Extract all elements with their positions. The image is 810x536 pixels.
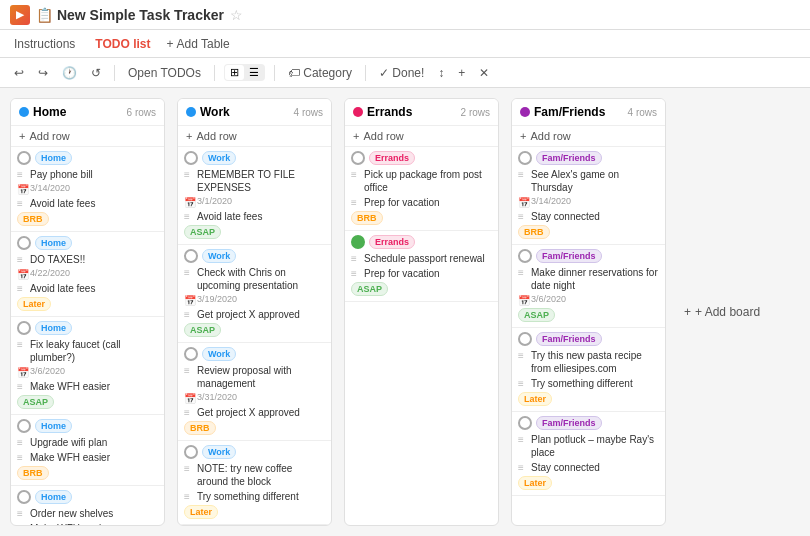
text-icon: ≡ (518, 462, 528, 473)
add-row-button-work[interactable]: + Add row (178, 126, 331, 147)
task-circle[interactable] (184, 347, 198, 361)
task-text: Fix leaky faucet (call plumber?) (30, 338, 158, 364)
task-card: Home≡Upgrade wifi plan≡Make WFH easierBR… (11, 415, 164, 486)
task-bottom-badge: Later (184, 505, 218, 519)
task-circle[interactable] (351, 151, 365, 165)
task-circle[interactable] (17, 321, 31, 335)
task-row: ≡Pick up package from post office (351, 167, 492, 195)
task-circle[interactable] (518, 249, 532, 263)
nav-instructions[interactable]: Instructions (10, 35, 79, 53)
history-button[interactable]: 🕐 (58, 64, 81, 82)
col-header-errands: Errands 2 rows (345, 99, 498, 126)
task-bottom-badge: ASAP (351, 282, 388, 296)
task-row: ≡Avoid late fees (17, 196, 158, 211)
text-icon: ≡ (17, 523, 27, 525)
task-text: Prep for vacation (364, 196, 440, 209)
task-circle[interactable] (17, 236, 31, 250)
open-todos-button[interactable]: Open TODOs (124, 64, 205, 82)
favorite-star[interactable]: ☆ (230, 7, 243, 23)
task-text: Try something different (197, 490, 299, 503)
task-card: Errands≡Pick up package from post office… (345, 147, 498, 231)
task-circle[interactable] (518, 151, 532, 165)
task-date: 3/14/2020 (30, 183, 70, 195)
task-circle[interactable] (17, 151, 31, 165)
task-row: ≡Prep for vacation (351, 195, 492, 210)
redo-button[interactable]: ↪ (34, 64, 52, 82)
task-text: Make WFH easier (30, 451, 110, 464)
task-text: Try this new pasta recipe from elliesipe… (531, 349, 659, 375)
task-bottom-badge-row: Later (518, 391, 659, 407)
task-bottom-badge-row: ASAP (17, 394, 158, 410)
add-col-button[interactable]: + (454, 64, 469, 82)
task-text: Review proposal with management (197, 364, 325, 390)
board-column-errands: Errands 2 rows + Add rowErrands≡Pick up … (344, 98, 499, 526)
task-text: Get project X approved (197, 406, 300, 419)
task-row: ≡Avoid late fees (184, 209, 325, 224)
col-name-work: Work (200, 105, 230, 119)
col-body-home: Home≡Pay phone bill📅3/14/2020≡Avoid late… (11, 147, 164, 525)
view-toggle: ⊞ ☰ (224, 64, 265, 81)
task-row: ≡Try something different (518, 376, 659, 391)
col-rows-count: 4 rows (628, 107, 657, 118)
task-date: 3/6/2020 (30, 366, 65, 378)
title-bar: ▶ 📋 New Simple Task Tracker ☆ (0, 0, 810, 30)
done-button[interactable]: ✓ Done! (375, 64, 428, 82)
task-card-header: Work (184, 151, 325, 165)
task-circle[interactable] (351, 235, 365, 249)
grid-view-button[interactable]: ⊞ (225, 65, 244, 80)
task-badge: Home (35, 419, 72, 433)
task-bottom-badge: BRB (351, 211, 383, 225)
col-dot-fam (520, 107, 530, 117)
col-rows-count: 6 rows (127, 107, 156, 118)
task-link[interactable]: elliesipes.com (554, 363, 617, 374)
close-toolbar-button[interactable]: ✕ (475, 64, 493, 82)
calendar-icon: 📅 (184, 197, 194, 208)
task-card-header: Work (184, 445, 325, 459)
add-board-button[interactable]: + + Add board (678, 98, 766, 526)
add-row-button-home[interactable]: + Add row (11, 126, 164, 147)
task-badge: Work (202, 347, 236, 361)
task-text: Prep for vacation (364, 267, 440, 280)
task-row: ≡Order new shelves (17, 506, 158, 521)
task-badge: Home (35, 236, 72, 250)
task-circle[interactable] (184, 151, 198, 165)
task-text: Plan potluck – maybe Ray's place (531, 433, 659, 459)
task-card: Home≡DO TAXES!!📅4/22/2020≡Avoid late fee… (11, 232, 164, 317)
text-icon: ≡ (17, 437, 27, 448)
refresh-button[interactable]: ↺ (87, 64, 105, 82)
nav-todo-list[interactable]: TODO list (91, 35, 154, 53)
task-circle[interactable] (518, 416, 532, 430)
task-text: Pay phone bill (30, 168, 93, 181)
task-bottom-badge-row: ASAP (351, 281, 492, 297)
task-row: ≡Upgrade wifi plan (17, 435, 158, 450)
task-circle[interactable] (518, 332, 532, 346)
task-circle[interactable] (184, 249, 198, 263)
text-icon: ≡ (518, 350, 528, 361)
add-table-button[interactable]: + Add Table (166, 37, 229, 51)
calendar-icon: 📅 (17, 184, 27, 195)
toolbar-separator (114, 65, 115, 81)
task-row: ≡DO TAXES!! (17, 252, 158, 267)
task-text: NOTE: try new coffee around the block (197, 462, 325, 488)
add-row-button-fam[interactable]: + Add row (512, 126, 665, 147)
add-row-button-errands[interactable]: + Add row (345, 126, 498, 147)
undo-button[interactable]: ↩ (10, 64, 28, 82)
col-header-left: Errands (353, 105, 412, 119)
category-button[interactable]: 🏷 Category (284, 64, 356, 82)
list-view-button[interactable]: ☰ (244, 65, 264, 80)
task-circle[interactable] (184, 445, 198, 459)
sort-button[interactable]: ↕ (434, 64, 448, 82)
text-icon: ≡ (518, 169, 528, 180)
task-card-header: Errands (351, 235, 492, 249)
task-badge: Fam/Friends (536, 416, 602, 430)
task-bottom-badge-row: BRB (184, 420, 325, 436)
task-card: Work≡REMEMBER TO FILE EXPENSES📅3/1/2020≡… (178, 147, 331, 245)
task-circle[interactable] (17, 490, 31, 504)
text-icon: ≡ (17, 452, 27, 463)
task-circle[interactable] (17, 419, 31, 433)
task-row: 📅3/6/2020 (518, 293, 659, 307)
text-icon: ≡ (351, 253, 361, 264)
task-card-header: Work (184, 347, 325, 361)
task-bottom-badge-row: ASAP (518, 307, 659, 323)
task-row: ≡Avoid late fees (17, 281, 158, 296)
